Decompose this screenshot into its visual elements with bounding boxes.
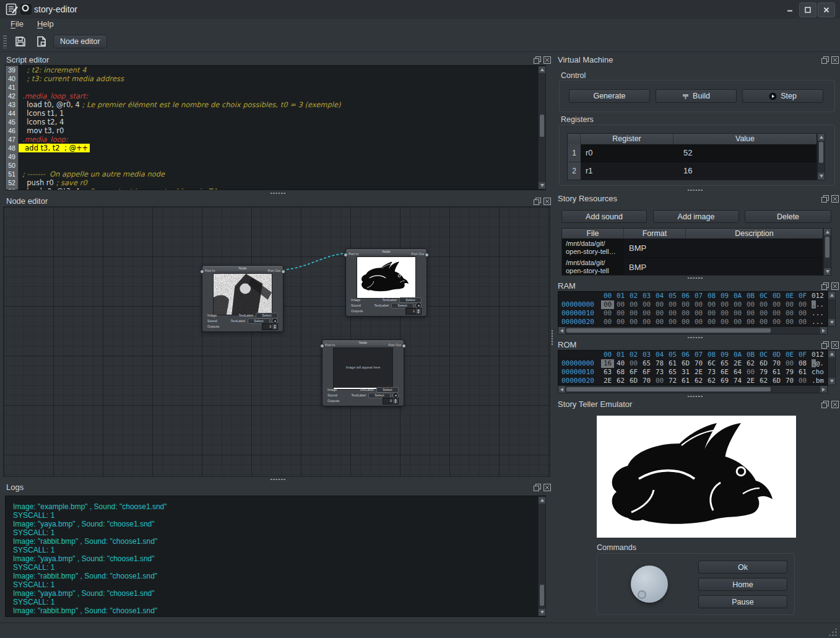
port-out-dot[interactable] bbox=[402, 344, 406, 348]
hex-byte[interactable]: 00 bbox=[679, 309, 692, 318]
splitter-node-logs[interactable] bbox=[270, 478, 286, 481]
ram-hex-view[interactable]: 000102030405060708090A0B0C0D0E0F01200000… bbox=[558, 291, 828, 326]
registers-table[interactable]: Register Value 1r0522r116 bbox=[567, 133, 817, 180]
hex-byte[interactable]: 00 bbox=[653, 377, 666, 385]
hex-byte[interactable]: 62 bbox=[692, 377, 705, 385]
hex-byte[interactable]: 2E bbox=[744, 377, 757, 385]
float-dock-icon[interactable] bbox=[533, 197, 541, 205]
hex-byte[interactable]: 00 bbox=[796, 377, 809, 385]
float-dock-icon[interactable] bbox=[821, 56, 829, 64]
hex-byte[interactable]: 6F bbox=[640, 368, 653, 377]
toolbar-drag-handle[interactable] bbox=[3, 35, 7, 48]
resource-row[interactable]: /mnt/data/git/open-story-tell…BMP bbox=[562, 238, 823, 258]
build-button[interactable]: Build bbox=[656, 89, 737, 103]
hex-byte[interactable]: 00 bbox=[640, 309, 653, 318]
hex-byte[interactable]: 00 bbox=[796, 309, 809, 318]
hex-byte[interactable]: 70 bbox=[783, 377, 796, 385]
outputs-spinner[interactable]: 3 bbox=[262, 323, 278, 330]
hex-byte[interactable]: 00 bbox=[783, 300, 796, 309]
hex-byte[interactable]: 00 bbox=[692, 309, 705, 318]
splitter-vm-resources[interactable] bbox=[687, 189, 703, 191]
hex-byte[interactable]: 2E bbox=[601, 377, 614, 385]
hex-byte[interactable]: 6F bbox=[627, 368, 640, 377]
hex-byte[interactable]: 00 bbox=[692, 318, 705, 326]
close-dock-icon[interactable] bbox=[831, 400, 839, 408]
hex-byte[interactable]: 65 bbox=[666, 368, 679, 377]
hex-byte[interactable]: 00 bbox=[783, 309, 796, 318]
close-dock-icon[interactable] bbox=[831, 194, 839, 203]
maximize-button[interactable] bbox=[799, 2, 816, 17]
close-dock-icon[interactable] bbox=[831, 341, 839, 349]
outputs-spinner[interactable]: 0 bbox=[383, 398, 399, 404]
splitter-resources-ram[interactable] bbox=[687, 277, 703, 279]
hex-byte[interactable]: 73 bbox=[705, 368, 718, 377]
float-dock-icon[interactable] bbox=[821, 282, 829, 290]
hex-byte[interactable]: 70 bbox=[640, 377, 653, 385]
hex-byte[interactable]: 00 bbox=[770, 318, 783, 326]
hex-byte[interactable]: 63 bbox=[601, 368, 614, 377]
step-button[interactable]: Step bbox=[742, 89, 823, 103]
media-node-rabbit[interactable]: Node Port In Port Out ImageTextLabelSele… bbox=[345, 248, 427, 317]
export-button[interactable] bbox=[33, 33, 50, 49]
wheel-knob[interactable] bbox=[631, 566, 668, 603]
hex-byte[interactable]: 00 bbox=[705, 300, 718, 309]
hex-byte[interactable]: 00 bbox=[627, 300, 640, 309]
hex-byte[interactable]: 70 bbox=[770, 359, 783, 368]
close-dock-icon[interactable] bbox=[543, 56, 551, 64]
hex-byte[interactable]: 73 bbox=[653, 368, 666, 377]
hex-byte[interactable]: 79 bbox=[757, 368, 770, 377]
add-sound-button[interactable]: Add sound bbox=[561, 210, 647, 223]
hex-byte[interactable]: 00 bbox=[653, 309, 666, 318]
close-dock-icon[interactable] bbox=[831, 282, 839, 290]
float-dock-icon[interactable] bbox=[533, 483, 541, 491]
hex-byte[interactable]: 00 bbox=[770, 300, 783, 309]
hex-byte[interactable]: 6D bbox=[770, 377, 783, 385]
rom-vscrollbar[interactable] bbox=[828, 350, 836, 385]
hex-byte[interactable]: 16 bbox=[601, 359, 614, 368]
close-dock-icon[interactable] bbox=[543, 197, 551, 205]
hex-byte[interactable]: 00 bbox=[653, 300, 666, 309]
hex-byte[interactable]: 00 bbox=[614, 300, 627, 309]
hex-byte[interactable]: 00 bbox=[744, 318, 757, 326]
hex-byte[interactable]: 69 bbox=[718, 377, 731, 385]
outputs-spinner[interactable]: 1 bbox=[405, 308, 422, 315]
hex-byte[interactable]: 00 bbox=[770, 309, 783, 318]
delete-button[interactable]: Delete bbox=[745, 210, 831, 223]
hex-byte[interactable]: 31 bbox=[679, 368, 692, 377]
hex-byte[interactable]: 00 bbox=[679, 300, 692, 309]
hex-byte[interactable]: 74 bbox=[731, 377, 744, 385]
hex-byte[interactable]: 6D bbox=[757, 359, 770, 368]
hex-byte[interactable]: 00 bbox=[731, 300, 744, 309]
hex-byte[interactable]: 62 bbox=[757, 377, 770, 385]
hex-byte[interactable]: 00 bbox=[796, 318, 809, 326]
close-button[interactable] bbox=[818, 2, 835, 17]
hex-byte[interactable]: 08 bbox=[796, 359, 809, 368]
hex-byte[interactable]: 00 bbox=[614, 318, 627, 326]
float-dock-icon[interactable] bbox=[821, 400, 829, 408]
hex-byte[interactable]: 00 bbox=[783, 318, 796, 326]
media-node-yaya[interactable]: Node Port In Port Out ImageTextLabelSele… bbox=[202, 265, 284, 332]
hex-byte[interactable]: 00 bbox=[796, 300, 809, 309]
hex-byte[interactable]: 65 bbox=[640, 359, 653, 368]
hex-byte[interactable]: 79 bbox=[783, 368, 796, 377]
hex-byte[interactable]: 61 bbox=[666, 359, 679, 368]
hex-byte[interactable]: 64 bbox=[731, 368, 744, 377]
save-button[interactable] bbox=[12, 33, 28, 49]
resources-vscrollbar[interactable] bbox=[823, 228, 831, 276]
hex-byte[interactable]: 00 bbox=[666, 300, 679, 309]
port-in-dot[interactable] bbox=[320, 344, 324, 348]
hex-byte[interactable]: 00 bbox=[640, 300, 653, 309]
add-image-button[interactable]: Add image bbox=[653, 210, 739, 223]
node-editor-toolbar-button[interactable]: Node editor bbox=[53, 35, 107, 48]
hex-byte[interactable]: 00 bbox=[718, 309, 731, 318]
hex-byte[interactable]: 6E bbox=[718, 368, 731, 377]
hex-byte[interactable]: 2E bbox=[692, 368, 705, 377]
home-button[interactable]: Home bbox=[698, 578, 787, 591]
hex-byte[interactable]: 00 bbox=[731, 318, 744, 326]
float-dock-icon[interactable] bbox=[821, 194, 829, 203]
hex-byte[interactable]: 62 bbox=[705, 377, 718, 385]
media-node-empty[interactable]: Node Port In Port Out Image will appear … bbox=[322, 339, 404, 406]
resources-table[interactable]: File Format Description /mnt/data/git/op… bbox=[561, 228, 823, 276]
hex-byte[interactable]: 00 bbox=[692, 300, 705, 309]
script-editor[interactable]: 39 ; t2: increment 440 ; t3: current med… bbox=[5, 65, 546, 190]
